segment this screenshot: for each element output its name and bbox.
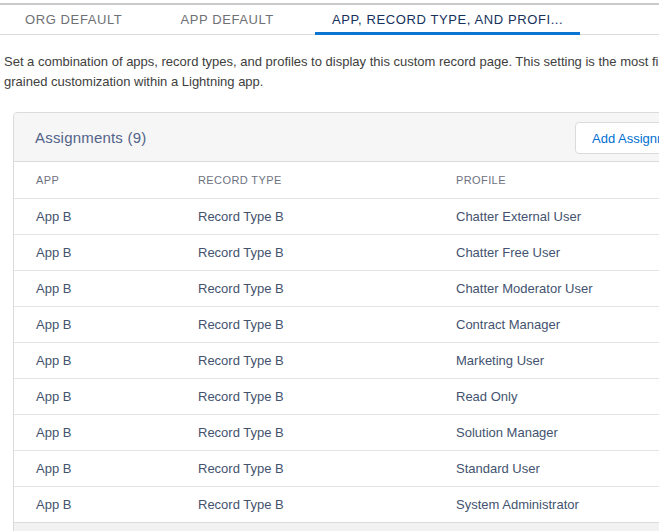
cell-app: App B: [14, 306, 198, 342]
tab-app-record-type-profile[interactable]: APP, RECORD TYPE, AND PROFI...: [315, 5, 580, 34]
cell-record-type: Record Type B: [198, 342, 456, 378]
record-page-assignment-screen: ORG DEFAULT APP DEFAULT APP, RECORD TYPE…: [0, 0, 659, 531]
cell-record-type: Record Type B: [198, 270, 456, 306]
assignments-card-header: Assignments (9) Add Assignment: [14, 113, 659, 162]
cell-profile: Standard User: [456, 450, 659, 486]
table-row: App B Record Type B Solution Manager: [14, 414, 659, 450]
tab-description: Set a combination of apps, record types,…: [4, 52, 659, 92]
assignments-card: Assignments (9) Add Assignment APP RECOR…: [13, 112, 659, 531]
cell-profile: Chatter Free User: [456, 234, 659, 270]
column-header-record-type: RECORD TYPE: [198, 162, 456, 198]
table-row: App B Record Type B Chatter Moderator Us…: [14, 270, 659, 306]
cell-record-type: Record Type B: [198, 414, 456, 450]
cell-profile: Contract Manager: [456, 306, 659, 342]
column-header-profile: PROFILE: [456, 162, 659, 198]
add-assignment-button[interactable]: Add Assignment: [575, 122, 659, 154]
cell-profile: Solution Manager: [456, 414, 659, 450]
description-line-2: grained customization within a Lightning…: [4, 72, 659, 92]
card-footer: [14, 522, 659, 531]
cell-app: App B: [14, 414, 198, 450]
cell-profile: Read Only: [456, 378, 659, 414]
cell-app: App B: [14, 234, 198, 270]
tab-org-default[interactable]: ORG DEFAULT: [8, 5, 139, 34]
cell-profile: Chatter External User: [456, 198, 659, 234]
table-row: App B Record Type B Standard User: [14, 450, 659, 486]
table-header-row: APP RECORD TYPE PROFILE: [14, 162, 659, 198]
tab-app-default[interactable]: APP DEFAULT: [163, 5, 291, 34]
assignment-scope-tabs: ORG DEFAULT APP DEFAULT APP, RECORD TYPE…: [0, 5, 659, 35]
cell-record-type: Record Type B: [198, 378, 456, 414]
table-row: App B Record Type B Marketing User: [14, 342, 659, 378]
cell-profile: Marketing User: [456, 342, 659, 378]
cell-app: App B: [14, 450, 198, 486]
cell-app: App B: [14, 486, 198, 522]
table-row: App B Record Type B Contract Manager: [14, 306, 659, 342]
cell-app: App B: [14, 270, 198, 306]
cell-record-type: Record Type B: [198, 234, 456, 270]
cell-app: App B: [14, 198, 198, 234]
assignments-title: Assignments (9): [35, 129, 146, 146]
table-row: App B Record Type B Chatter Free User: [14, 234, 659, 270]
column-header-app: APP: [14, 162, 198, 198]
assignments-table: APP RECORD TYPE PROFILE App B Record Typ…: [14, 162, 659, 522]
cell-record-type: Record Type B: [198, 486, 456, 522]
cell-app: App B: [14, 342, 198, 378]
description-line-1: Set a combination of apps, record types,…: [4, 52, 659, 72]
table-row: App B Record Type B Read Only: [14, 378, 659, 414]
table-row: App B Record Type B System Administrator: [14, 486, 659, 522]
cell-app: App B: [14, 378, 198, 414]
cell-profile: System Administrator: [456, 486, 659, 522]
cell-record-type: Record Type B: [198, 198, 456, 234]
cell-profile: Chatter Moderator User: [456, 270, 659, 306]
cell-record-type: Record Type B: [198, 450, 456, 486]
table-row: App B Record Type B Chatter External Use…: [14, 198, 659, 234]
cell-record-type: Record Type B: [198, 306, 456, 342]
